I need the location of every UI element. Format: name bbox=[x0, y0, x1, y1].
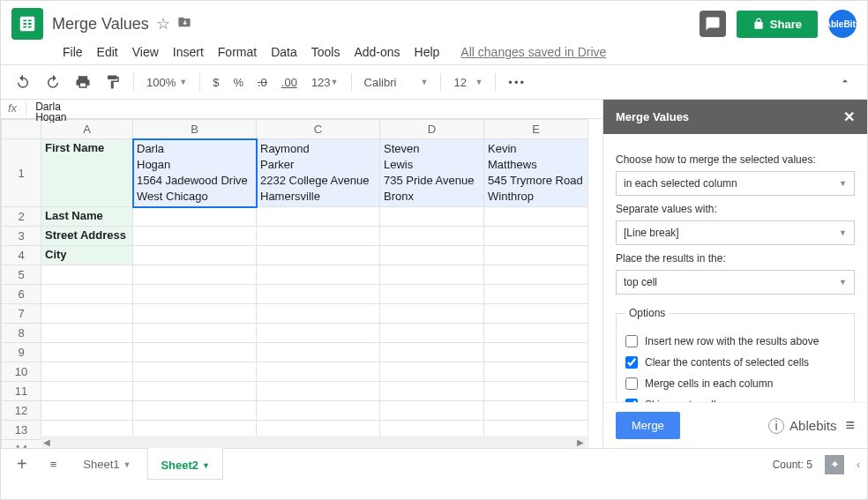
fx-icon: fx bbox=[8, 101, 26, 115]
increase-decimal[interactable]: .00 bbox=[276, 72, 303, 93]
menu-edit[interactable]: Edit bbox=[97, 45, 118, 59]
chevron-left-icon[interactable]: ‹ bbox=[857, 459, 860, 471]
cell-b2[interactable] bbox=[133, 207, 257, 227]
cell-b3[interactable] bbox=[133, 227, 257, 246]
cell-b1[interactable]: Darla Hogan 1564 Jadewood Drive West Chi… bbox=[133, 139, 257, 207]
move-to-folder-icon[interactable] bbox=[177, 15, 191, 34]
menu-help[interactable]: Help bbox=[415, 45, 440, 59]
close-icon[interactable]: ✕ bbox=[843, 108, 855, 125]
cell-a1[interactable]: First Name bbox=[41, 139, 133, 207]
options-legend: Options bbox=[625, 307, 669, 319]
comments-button[interactable] bbox=[700, 11, 726, 37]
row-header-3[interactable]: 3 bbox=[2, 227, 41, 246]
choose-label: Choose how to merge the selected values: bbox=[616, 153, 855, 166]
horizontal-scrollbar[interactable]: ◀ ▶ bbox=[41, 436, 587, 448]
tab-sheet1[interactable]: Sheet1▼ bbox=[71, 451, 143, 478]
sheets-logo[interactable] bbox=[11, 8, 43, 40]
cell-b4[interactable] bbox=[133, 246, 257, 265]
font-family-select[interactable]: Calibri▼ bbox=[359, 74, 434, 91]
cell-a2[interactable]: Last Name bbox=[41, 207, 133, 227]
separator-label: Separate values with: bbox=[616, 203, 855, 215]
cell-c2[interactable] bbox=[257, 207, 380, 227]
opt-clear-contents[interactable]: Clear the contents of selected cells bbox=[625, 356, 845, 369]
cell-e2[interactable] bbox=[484, 207, 588, 227]
sidebar-title: Merge Values bbox=[616, 110, 689, 123]
spreadsheet-grid[interactable]: A B C D E 1 First Name Darla Hogan 1564 … bbox=[1, 119, 588, 448]
row-header-1[interactable]: 1 bbox=[2, 139, 41, 207]
col-header-e[interactable]: E bbox=[484, 120, 588, 139]
zoom-select[interactable]: 100%▼ bbox=[141, 74, 192, 91]
add-sheet-button[interactable]: + bbox=[8, 449, 36, 480]
account-avatar[interactable]: AbleBits bbox=[828, 10, 857, 38]
cell-e4[interactable] bbox=[484, 246, 588, 265]
share-label: Share bbox=[770, 18, 802, 31]
cell-e3[interactable] bbox=[484, 227, 588, 246]
menu-tools[interactable]: Tools bbox=[311, 45, 340, 59]
menu-file[interactable]: File bbox=[63, 45, 83, 59]
merge-button[interactable]: Merge bbox=[616, 412, 680, 439]
more-toolbar-icon[interactable]: ••• bbox=[503, 72, 531, 93]
scroll-left-icon[interactable]: ◀ bbox=[41, 437, 53, 447]
opt-insert-row[interactable]: Insert new row with the results above bbox=[625, 335, 845, 347]
paint-format-button[interactable] bbox=[100, 71, 126, 93]
col-header-c[interactable]: C bbox=[257, 120, 380, 139]
toolbar: 100%▼ $ % .0 .00 123▼ Calibri▼ 12▼ ••• bbox=[1, 64, 867, 100]
menu-addons[interactable]: Add-ons bbox=[354, 45, 400, 59]
save-status[interactable]: All changes saved in Drive bbox=[460, 45, 606, 59]
format-currency[interactable]: $ bbox=[207, 72, 224, 93]
menu-bar: File Edit View Insert Format Data Tools … bbox=[1, 43, 867, 64]
cell-a3[interactable]: Street Address bbox=[41, 227, 133, 246]
star-icon[interactable]: ☆ bbox=[156, 14, 170, 34]
menu-format[interactable]: Format bbox=[218, 45, 257, 59]
sidebar-menu-icon[interactable]: ≡ bbox=[845, 416, 855, 435]
undo-button[interactable] bbox=[10, 71, 36, 93]
cell-c3[interactable] bbox=[257, 227, 380, 246]
collapse-toolbar-icon[interactable] bbox=[832, 71, 858, 93]
place-select[interactable]: top cell▼ bbox=[616, 270, 855, 295]
cell-a4[interactable]: City bbox=[41, 246, 133, 265]
decrease-decimal[interactable]: .0 bbox=[252, 72, 273, 93]
row-header-2[interactable]: 2 bbox=[2, 207, 41, 227]
print-button[interactable] bbox=[70, 71, 96, 93]
all-sheets-button[interactable]: ≡ bbox=[41, 452, 66, 476]
format-percent[interactable]: % bbox=[228, 72, 249, 93]
cell-d1[interactable]: Steven Lewis 735 Pride Avenue Bronx bbox=[380, 139, 484, 207]
more-formats[interactable]: 123▼ bbox=[306, 72, 344, 93]
ablebits-brand: Ablebits bbox=[789, 418, 836, 433]
place-label: Place the results in the: bbox=[616, 252, 855, 265]
menu-view[interactable]: View bbox=[132, 45, 159, 59]
cell-d2[interactable] bbox=[380, 207, 484, 227]
cell-e1[interactable]: Kevin Matthews 545 Trymore Road Winthrop bbox=[484, 139, 588, 207]
explore-button[interactable]: ✦ bbox=[825, 455, 844, 474]
formula-input[interactable]: Darla Hogan bbox=[35, 101, 66, 123]
share-button[interactable]: Share bbox=[737, 11, 818, 38]
row-header-4[interactable]: 4 bbox=[2, 246, 41, 265]
tab-sheet2[interactable]: Sheet2▼ bbox=[148, 450, 222, 479]
col-header-b[interactable]: B bbox=[133, 120, 257, 139]
merge-direction-select[interactable]: in each selected column▼ bbox=[616, 171, 855, 196]
menu-insert[interactable]: Insert bbox=[173, 45, 204, 59]
cell-d3[interactable] bbox=[380, 227, 484, 246]
cell-c4[interactable] bbox=[257, 246, 380, 265]
doc-title[interactable]: Merge Values bbox=[52, 15, 149, 34]
cell-c1[interactable]: Raymond Parker 2232 College Avenue Hamer… bbox=[257, 139, 380, 207]
cell-d4[interactable] bbox=[380, 246, 484, 265]
menu-data[interactable]: Data bbox=[271, 45, 297, 59]
col-header-d[interactable]: D bbox=[380, 120, 484, 139]
help-icon[interactable]: i bbox=[768, 418, 784, 434]
redo-button[interactable] bbox=[40, 71, 66, 93]
scroll-right-icon[interactable]: ▶ bbox=[574, 437, 587, 447]
selection-count[interactable]: Count: 5 bbox=[773, 459, 812, 471]
separator-select[interactable]: [Line break]▼ bbox=[616, 220, 855, 245]
merge-values-sidebar: Merge Values ✕ Choose how to merge the s… bbox=[602, 100, 867, 448]
opt-merge-cells[interactable]: Merge cells in each column bbox=[625, 377, 845, 390]
font-size-select[interactable]: 12▼ bbox=[448, 74, 488, 91]
